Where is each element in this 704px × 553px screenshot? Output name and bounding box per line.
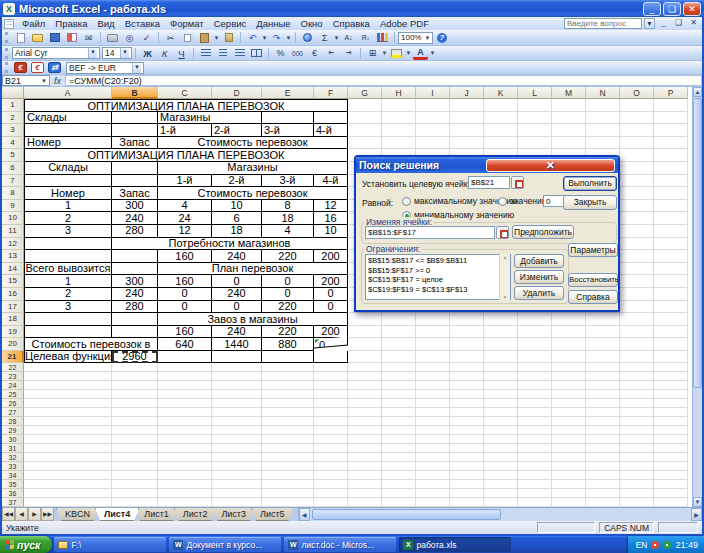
- euro-style-icon[interactable]: €: [307, 47, 322, 60]
- cell[interactable]: [484, 426, 518, 435]
- cell[interactable]: [158, 399, 212, 408]
- cell[interactable]: 300: [112, 200, 158, 213]
- column-header-E[interactable]: E: [262, 87, 314, 99]
- cell[interactable]: [450, 498, 484, 507]
- cell[interactable]: [586, 399, 620, 408]
- cell[interactable]: [654, 338, 688, 351]
- tray-icon[interactable]: [663, 541, 671, 549]
- cell[interactable]: 0: [314, 288, 348, 301]
- cell[interactable]: [416, 489, 450, 498]
- cell[interactable]: [620, 301, 654, 314]
- cell[interactable]: [654, 326, 688, 339]
- cell[interactable]: [158, 498, 212, 507]
- menu-Вид[interactable]: Вид: [92, 17, 119, 30]
- cell[interactable]: [158, 480, 212, 489]
- cell[interactable]: [654, 238, 688, 251]
- cell[interactable]: [586, 112, 620, 125]
- tray-icon[interactable]: [651, 541, 659, 549]
- cell[interactable]: [450, 435, 484, 444]
- cell[interactable]: [382, 313, 416, 326]
- cell[interactable]: [112, 175, 158, 188]
- cell[interactable]: [620, 417, 654, 426]
- cell[interactable]: [24, 453, 112, 462]
- cell[interactable]: [586, 426, 620, 435]
- sheet-tab-Лист4[interactable]: Лист4: [95, 508, 139, 521]
- cell[interactable]: [314, 462, 348, 471]
- row-header-32[interactable]: 32: [2, 453, 24, 462]
- parameters-button[interactable]: Параметры: [568, 243, 618, 257]
- doc-minimize-icon[interactable]: _: [657, 18, 670, 29]
- question-input[interactable]: [564, 18, 642, 29]
- autosum-icon[interactable]: Σ: [317, 31, 332, 44]
- cell[interactable]: 4-й: [314, 175, 348, 188]
- cell[interactable]: [348, 124, 382, 137]
- cell[interactable]: 4: [158, 200, 212, 213]
- paste-icon[interactable]: [197, 31, 212, 44]
- font-name-combo[interactable]: Arial Cyr▼: [12, 47, 100, 59]
- cell[interactable]: 0: [262, 288, 314, 301]
- cell[interactable]: [262, 408, 314, 417]
- menu-Вставка[interactable]: Вставка: [120, 17, 165, 30]
- cell[interactable]: [552, 124, 586, 137]
- cell[interactable]: [484, 480, 518, 489]
- cell[interactable]: Завоз в магазины: [158, 313, 348, 326]
- cell[interactable]: [484, 372, 518, 381]
- collapse-dialog-icon[interactable]: [511, 176, 524, 189]
- cell[interactable]: [586, 124, 620, 137]
- cell[interactable]: [450, 363, 484, 372]
- cell[interactable]: [484, 99, 518, 112]
- cell[interactable]: [382, 112, 416, 125]
- cell[interactable]: [620, 453, 654, 462]
- cell[interactable]: [382, 399, 416, 408]
- cell[interactable]: [314, 381, 348, 390]
- collapse-dialog-icon[interactable]: [496, 226, 509, 239]
- insert-function-icon[interactable]: fx: [50, 75, 66, 86]
- cell[interactable]: 0: [212, 301, 262, 314]
- cell[interactable]: [112, 263, 158, 276]
- cell[interactable]: [262, 444, 314, 453]
- cell[interactable]: 10: [212, 200, 262, 213]
- guess-button[interactable]: Предположить: [512, 225, 574, 239]
- spelling-icon[interactable]: ✓: [139, 31, 154, 44]
- cell[interactable]: [262, 390, 314, 399]
- undo-icon[interactable]: ↶: [245, 31, 260, 44]
- cell[interactable]: [24, 381, 112, 390]
- cell[interactable]: [416, 99, 450, 112]
- zoom-combo[interactable]: 100%▼: [398, 32, 433, 44]
- cell[interactable]: 0: [314, 337, 348, 349]
- cell[interactable]: [262, 498, 314, 507]
- cell[interactable]: [212, 408, 262, 417]
- cell[interactable]: [112, 444, 158, 453]
- borders-icon[interactable]: ⊞: [365, 47, 380, 60]
- cell[interactable]: 6: [212, 212, 262, 225]
- cell[interactable]: [518, 471, 552, 480]
- cell[interactable]: [348, 351, 382, 364]
- cell[interactable]: [620, 498, 654, 507]
- cell[interactable]: [518, 399, 552, 408]
- cell[interactable]: [586, 363, 620, 372]
- cell[interactable]: [314, 489, 348, 498]
- cell[interactable]: [416, 462, 450, 471]
- cell[interactable]: [654, 435, 688, 444]
- menu-Adobe PDF[interactable]: Adobe PDF: [375, 17, 434, 30]
- cell[interactable]: [112, 162, 158, 175]
- cell[interactable]: [382, 390, 416, 399]
- font-size-combo[interactable]: 14▼: [102, 47, 132, 59]
- cell[interactable]: [654, 399, 688, 408]
- cell[interactable]: Склады: [24, 112, 112, 125]
- taskbar-task[interactable]: WДокумент в курсо...: [169, 537, 281, 552]
- cell[interactable]: 640: [158, 338, 212, 351]
- row-header-35[interactable]: 35: [2, 480, 24, 489]
- cell[interactable]: [158, 417, 212, 426]
- doc-restore-icon[interactable]: ❏: [672, 18, 685, 29]
- cell[interactable]: [24, 444, 112, 453]
- column-header-I[interactable]: I: [416, 87, 450, 99]
- cell[interactable]: [382, 124, 416, 137]
- cell[interactable]: 0: [158, 288, 212, 301]
- cell[interactable]: [158, 381, 212, 390]
- cell[interactable]: [518, 313, 552, 326]
- cell[interactable]: [620, 124, 654, 137]
- cell[interactable]: [24, 435, 112, 444]
- cell[interactable]: 240: [112, 288, 158, 301]
- cell[interactable]: 1-й: [158, 175, 212, 188]
